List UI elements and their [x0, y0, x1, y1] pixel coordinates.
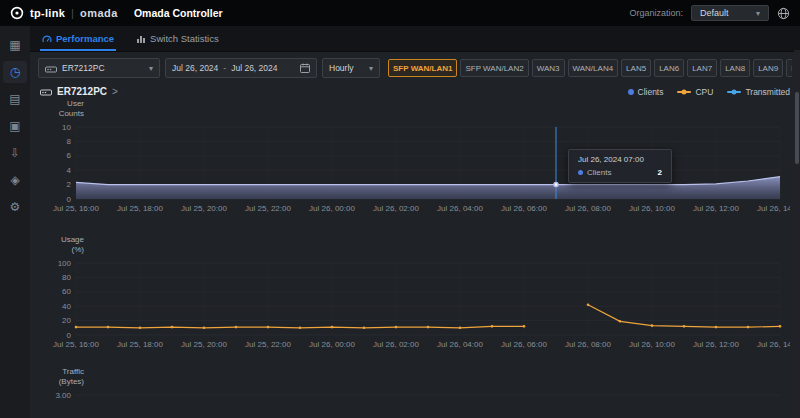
chevron-down-icon — [756, 8, 760, 18]
user-counts-axis-title: User Counts — [38, 99, 84, 119]
port-button[interactable]: LAN6 — [654, 59, 684, 77]
user-counts-chart[interactable]: Jul 25, 16:00Jul 25, 18:00Jul 25, 20:00J… — [38, 121, 790, 221]
header-right: Organization: Default — [629, 5, 790, 21]
breadcrumb-separator: > — [112, 86, 118, 97]
port-button[interactable]: LAN9 — [753, 59, 783, 77]
svg-text:40: 40 — [62, 302, 71, 311]
legend-label: CPU — [695, 87, 713, 97]
legend-item-transmitted[interactable]: Transmitted — [727, 87, 790, 97]
usage-chart-section: Usage (%) Jul 25, 16:00Jul 25, 18:00Jul … — [38, 235, 792, 357]
brand-area: tp-link | omada Omada Controller — [10, 6, 223, 20]
date-from: Jul 26, 2024 — [172, 63, 218, 73]
svg-text:0: 0 — [67, 195, 72, 204]
svg-text:Jul 25, 20:00: Jul 25, 20:00 — [181, 340, 227, 349]
sidebar-item-insight[interactable]: ◈ — [3, 169, 27, 191]
date-separator: - — [223, 63, 226, 73]
svg-text:Jul 26, 08:00: Jul 26, 08:00 — [565, 340, 611, 349]
svg-text:Jul 26, 06:00: Jul 26, 06:00 — [501, 340, 547, 349]
legend-item-clients[interactable]: Clients — [628, 87, 664, 97]
svg-text:20: 20 — [62, 316, 71, 325]
port-button[interactable]: SFP WAN/LAN2 — [460, 59, 528, 77]
chevron-down-icon — [369, 63, 373, 73]
sidebar-item-devices[interactable]: ▣ — [3, 115, 27, 137]
svg-text:Jul 26, 14:00: Jul 26, 14:00 — [757, 204, 790, 213]
tabs-bar: Performance Switch Statistics — [30, 26, 800, 52]
organization-select[interactable]: Default — [691, 5, 769, 21]
map-icon: ▤ — [9, 92, 20, 106]
user-counts-chart-section: User Counts Jul 25, 16:00Jul 25, 18:00Ju… — [38, 99, 792, 221]
svg-text:Jul 25, 22:00: Jul 25, 22:00 — [245, 204, 291, 213]
svg-text:Jul 26, 02:00: Jul 26, 02:00 — [373, 340, 419, 349]
interval-select[interactable]: Hourly — [322, 58, 380, 78]
sidebar-item-sites[interactable]: ▦ — [3, 34, 27, 56]
chart-legend: Clients CPU Transmitted — [628, 87, 791, 97]
port-button[interactable]: SFP WAN/LAN1 — [388, 59, 457, 77]
main-panel: Performance Switch Statistics — [30, 26, 800, 418]
svg-text:Jul 26, 00:00: Jul 26, 00:00 — [309, 204, 355, 213]
port-button[interactable]: LAN10 — [786, 59, 792, 77]
port-button[interactable]: WAN/LAN4 — [568, 59, 619, 77]
tab-switch-statistics[interactable]: Switch Statistics — [134, 26, 221, 51]
clients-icon: ⇩ — [10, 146, 20, 160]
sidebar-item-settings[interactable]: ⚙ — [3, 196, 27, 218]
svg-text:Jul 25, 20:00: Jul 25, 20:00 — [181, 204, 227, 213]
svg-text:60: 60 — [62, 287, 71, 296]
bar-chart-icon — [136, 34, 146, 44]
device-select-value: ER7212PC — [62, 63, 105, 73]
port-button[interactable]: WAN3 — [532, 59, 565, 77]
top-header: tp-link | omada Omada Controller Organiz… — [0, 0, 800, 26]
svg-text:Jul 25, 18:00: Jul 25, 18:00 — [117, 204, 163, 213]
chart-subheader: ER7212PC > Clients CPU — [40, 86, 790, 97]
omada-wordmark: omada — [80, 7, 118, 19]
brand-separator: | — [71, 7, 74, 19]
usage-axis-title: Usage (%) — [38, 235, 84, 255]
legend-label: Clients — [638, 87, 664, 97]
date-to: Jul 26, 2024 — [231, 63, 277, 73]
port-button[interactable]: LAN7 — [687, 59, 717, 77]
sidebar-item-clients[interactable]: ⇩ — [3, 142, 27, 164]
svg-text:Jul 25, 18:00: Jul 25, 18:00 — [117, 340, 163, 349]
svg-text:Jul 26, 06:00: Jul 26, 06:00 — [501, 204, 547, 213]
svg-text:Jul 26, 02:00: Jul 26, 02:00 — [373, 204, 419, 213]
statistics-icon: ◷ — [10, 65, 20, 79]
svg-text:Jul 26, 04:00: Jul 26, 04:00 — [437, 340, 483, 349]
svg-text:Jul 25, 16:00: Jul 25, 16:00 — [53, 204, 99, 213]
tab-performance[interactable]: Performance — [40, 26, 116, 51]
scrollbar-thumb[interactable] — [795, 92, 799, 164]
legend-item-cpu[interactable]: CPU — [677, 87, 713, 97]
svg-text:6: 6 — [67, 151, 72, 160]
svg-text:3.00: 3.00 — [55, 391, 71, 400]
legend-label: Transmitted — [745, 87, 790, 97]
breadcrumb[interactable]: ER7212PC > — [40, 86, 118, 97]
svg-text:10: 10 — [62, 123, 71, 132]
port-button[interactable]: LAN5 — [621, 59, 651, 77]
app-title: Omada Controller — [134, 7, 223, 19]
svg-text:Jul 26, 04:00: Jul 26, 04:00 — [437, 204, 483, 213]
port-button[interactable]: LAN8 — [720, 59, 750, 77]
svg-text:0: 0 — [67, 331, 72, 340]
devices-icon: ▣ — [9, 119, 20, 133]
usage-chart[interactable]: Jul 25, 16:00Jul 25, 18:00Jul 25, 20:00J… — [38, 257, 790, 357]
date-range-picker[interactable]: Jul 26, 2024 - Jul 26, 2024 — [165, 58, 317, 78]
device-select[interactable]: ER7212PC — [38, 58, 160, 78]
sites-icon: ▦ — [9, 38, 20, 52]
vertical-scrollbar[interactable] — [794, 50, 800, 418]
cpu-marker-icon — [677, 91, 691, 93]
organization-value: Default — [700, 8, 729, 18]
breadcrumb-device: ER7212PC — [57, 86, 107, 97]
chevron-down-icon — [149, 63, 153, 73]
interval-select-value: Hourly — [329, 63, 354, 73]
tab-switch-statistics-label: Switch Statistics — [150, 33, 219, 44]
sidebar-nav: ▦ ◷ ▤ ▣ ⇩ ◈ ⚙ — [0, 26, 30, 418]
svg-text:Jul 26, 00:00: Jul 26, 00:00 — [309, 340, 355, 349]
insight-icon: ◈ — [10, 173, 19, 187]
sidebar-item-statistics[interactable]: ◷ — [3, 61, 27, 83]
globe-icon[interactable] — [777, 7, 790, 20]
svg-text:Jul 26, 10:00: Jul 26, 10:00 — [629, 204, 675, 213]
port-selector: SFP WAN/LAN1 SFP WAN/LAN2 WAN3 WAN/LAN4 … — [388, 59, 792, 77]
svg-text:80: 80 — [62, 273, 71, 282]
svg-text:Jul 26, 08:00: Jul 26, 08:00 — [565, 204, 611, 213]
svg-text:Jul 26, 10:00: Jul 26, 10:00 — [629, 340, 675, 349]
traffic-chart[interactable]: 3.00 — [38, 389, 790, 418]
sidebar-item-map[interactable]: ▤ — [3, 88, 27, 110]
